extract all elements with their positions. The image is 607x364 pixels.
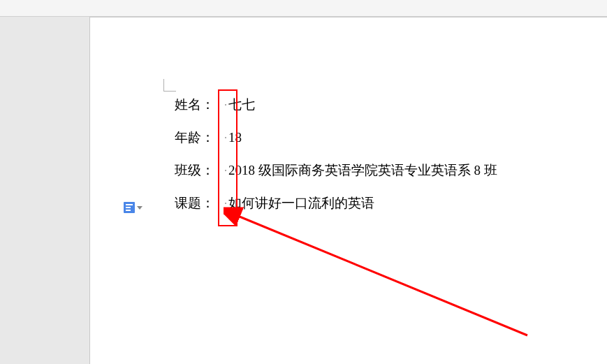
chevron-down-icon <box>137 206 142 210</box>
field-label: 年龄： <box>175 131 214 144</box>
field-row-name: 姓名： · 七七 <box>175 98 497 111</box>
field-row-age: 年龄： · 18 <box>175 131 497 144</box>
paste-options-widget[interactable] <box>124 202 142 213</box>
tab-dot: · <box>224 166 227 177</box>
tab-dot: · <box>224 100 227 111</box>
field-value: 七七 <box>228 98 255 111</box>
document-content: 姓名： · 七七 年龄： · 18 班级： · 2018 级国际商务英语学院英语… <box>175 98 497 229</box>
tab-dot: · <box>224 133 227 144</box>
tab-dot: · <box>224 198 227 210</box>
field-value: 如何讲好一口流利的英语 <box>228 196 374 210</box>
margin-corner-mark <box>163 79 176 92</box>
field-value: 2018 级国际商务英语学院英语专业英语系 8 班 <box>228 163 497 177</box>
field-row-topic: 课题： · 如何讲好一口流利的英语 <box>175 196 497 210</box>
field-label: 班级： <box>175 163 214 177</box>
field-row-class: 班级： · 2018 级国际商务英语学院英语专业英语系 8 班 <box>175 163 497 177</box>
field-label: 姓名： <box>175 98 214 111</box>
toolbar-row <box>0 0 607 17</box>
paste-options-icon <box>124 202 135 213</box>
field-value: 18 <box>228 131 242 144</box>
field-label: 课题： <box>175 196 214 210</box>
